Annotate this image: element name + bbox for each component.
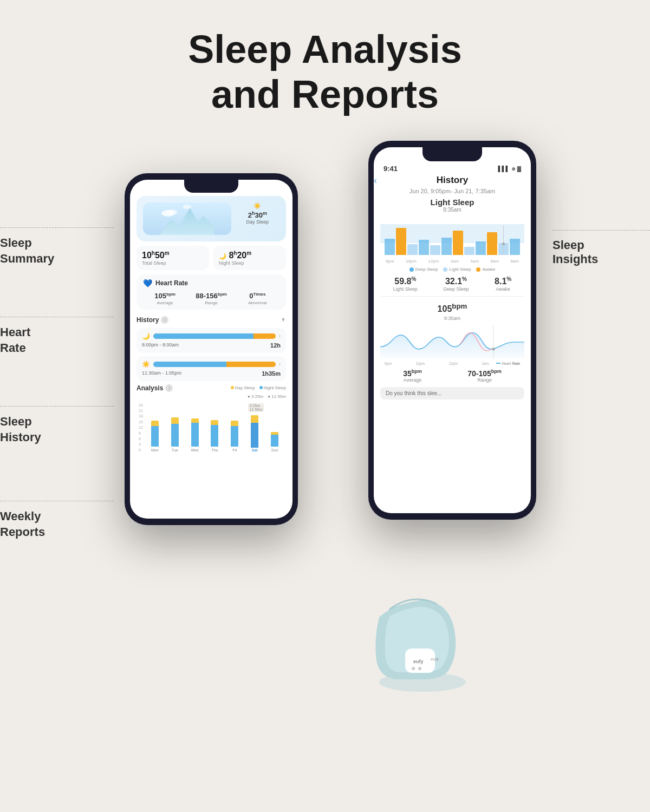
phone-left-screen: ☀️ 2h30m Day Sleep 10h50m Total Sleep: [130, 180, 292, 519]
chart-annotations: ● 3·25m ● 11·50m: [136, 394, 286, 399]
svg-point-1: [166, 209, 177, 215]
history-item-night[interactable]: 🌙 › 8:00pm - 8:00am 12h: [136, 328, 286, 353]
legend-light-sleep: Light Sleep: [443, 267, 471, 272]
label-sleep-history: SleepHistory: [0, 406, 114, 501]
svg-text:eufy: eufy: [413, 659, 424, 664]
bar-sun: Sun: [265, 432, 284, 452]
awake-stat: 8.1% Awake: [495, 276, 511, 292]
deep-sleep-dot: [410, 267, 414, 272]
history-title: History: [136, 316, 159, 324]
hr-average: 105bpm Average: [143, 292, 187, 305]
hr-range: 88-156bpm Range: [189, 292, 233, 305]
night-sleep-val: 🌙 8h20m: [219, 250, 281, 260]
y-axis: 24211815129630: [139, 403, 144, 452]
history-nav-title: History: [437, 175, 469, 186]
arrow-icon-day: ›: [279, 361, 281, 367]
analysis-title: Analysis: [136, 384, 163, 392]
status-icons: ▌▌▌ ⌾ ▓: [498, 166, 521, 172]
day-sleep-value: 2h30m: [236, 211, 280, 219]
back-button[interactable]: ‹: [374, 175, 377, 186]
label-right: SleepInsights: [552, 230, 650, 266]
history-bar-day: [153, 362, 276, 367]
svg-text:eufy: eufy: [431, 657, 439, 662]
labels-left: SleepSummary HeartRate SleepHistory Week…: [0, 227, 114, 601]
date-range: Jun 20, 9:05pm- Jun 21, 7:35am: [380, 188, 524, 194]
label-heart-rate: HeartRate: [0, 317, 114, 406]
phone-right-screen: 9:41 ▌▌▌ ⌾ ▓ ‹ History Jun 20, 9:05pm- J…: [374, 147, 531, 513]
svg-point-8: [412, 667, 415, 670]
legend-awake: Awake: [476, 267, 495, 272]
hr-chart-legend: Heart Rate: [496, 362, 520, 365]
chart-legend: Day Sleep Night Sleep: [231, 385, 286, 390]
cta-text: Do you think this slee...: [380, 387, 524, 400]
phone-left-notch: [184, 180, 238, 193]
signal-icon: ▌▌▌: [498, 166, 509, 172]
analysis-info-icon: i: [165, 384, 173, 392]
chart-x-labels: 8pm10pm12pm2am4am6am8am: [386, 259, 519, 264]
battery-icon: ▓: [517, 166, 521, 172]
bar-sat: 3·25m11·50m Sat: [245, 415, 264, 452]
info-icon: i: [161, 316, 168, 324]
phone-right-notch: [422, 147, 482, 161]
light-sleep-stat: 59.8% Light Sleep: [393, 276, 418, 292]
hr-stats-bottom: 35bpm Average 70-105bpm Range: [380, 369, 524, 383]
analysis-header: Analysis i Day Sleep Night Sleep: [136, 384, 286, 392]
bpm-value: 105bpm: [380, 302, 524, 314]
bar-orange-day: [226, 362, 275, 367]
heart-rate-title: Heart Rate: [155, 279, 188, 287]
bar-fri: Fri: [225, 421, 244, 452]
heart-rate-header: 💙 Heart Rate: [143, 279, 280, 287]
total-sleep-stat: 10h50m Total Sleep: [136, 246, 209, 270]
deep-sleep-stat: 32.1% Deep Sleep: [443, 276, 469, 292]
day-sleep-label: Day Sleep: [236, 219, 280, 225]
total-sleep-val: 10h50m: [142, 250, 204, 260]
sleep-stats-row: 59.8% Light Sleep 32.1% Deep Sleep 8.1% …: [380, 276, 524, 297]
svg-point-2: [183, 205, 191, 209]
history-bar-night: [153, 333, 276, 339]
night-sleep-stat: 🌙 8h20m Night Sleep: [213, 246, 286, 270]
label-weekly-reports: WeeklyReports: [0, 501, 114, 601]
phone-left: ☀️ 2h30m Day Sleep 10h50m Total Sleep: [125, 173, 298, 525]
history-header: History i ▼: [136, 314, 286, 326]
bar-wed: Wed: [186, 418, 204, 452]
bar-tue: Tue: [166, 417, 184, 452]
hr-abnormal: 0Times Abnormal: [236, 292, 280, 305]
svg-point-9: [418, 667, 421, 670]
arrow-icon: ›: [279, 333, 281, 339]
right-screen-content: Jun 20, 9:05pm- Jun 21, 7:35am Light Sle…: [374, 188, 531, 513]
bar-mon: Mon: [146, 421, 164, 452]
chevron-down-icon: ▼: [281, 317, 286, 323]
moon-icon: 🌙: [142, 332, 150, 340]
sleep-legend: Deep Sleep Light Sleep Awake: [380, 267, 524, 272]
bar-blue-day: [153, 362, 226, 367]
night-sleep-label: Night Sleep: [219, 260, 281, 266]
mountain-card: [143, 202, 231, 235]
history-nav: ‹ History: [374, 175, 531, 186]
heart-icon: 💙: [143, 279, 152, 287]
label-sleep-summary: SleepSummary: [0, 227, 114, 317]
bar-orange: [253, 333, 276, 339]
stats-row: 10h50m Total Sleep 🌙 8h20m Night Sleep: [136, 246, 286, 270]
phones-container: ☀️ 2h30m Day Sleep 10h50m Total Sleep: [108, 141, 542, 763]
analysis-chart: 24211815129630 Mon: [136, 400, 286, 454]
left-screen-content: ☀️ 2h30m Day Sleep 10h50m Total Sleep: [130, 180, 292, 519]
total-sleep-label: Total Sleep: [142, 260, 204, 266]
sleep-stage-chart: 8pm10pm12pm2am4am6am8am: [380, 216, 524, 265]
summary-card: ☀️ 2h30m Day Sleep: [136, 196, 286, 241]
awake-dot: [476, 267, 480, 272]
bars-container: Mon Tue: [146, 403, 284, 452]
history-item-day[interactable]: ☀️ › 11:30am - 1:05pm 1h35m: [136, 356, 286, 381]
summary-day-sleep: ☀️ 2h30m Day Sleep: [236, 202, 280, 235]
hr-stats: 105bpm Average 88-156bpm Range 0Times Ab…: [143, 292, 280, 305]
legend-deep-sleep: Deep Sleep: [410, 267, 438, 272]
bpm-time: 8:35am: [380, 316, 524, 321]
hr-average-bottom: 35bpm Average: [403, 369, 422, 383]
sleep-stage-time: 8:35am: [380, 207, 524, 213]
history-section: History i ▼ 🌙 ›: [136, 314, 286, 381]
sleep-stage-label: Light Sleep: [380, 198, 524, 207]
phone-right: 9:41 ▌▌▌ ⌾ ▓ ‹ History Jun 20, 9:05pm- J…: [368, 141, 536, 520]
hr-range-bottom: 70-105bpm Range: [467, 369, 502, 383]
page-title: Sleep Analysis and Reports: [0, 0, 650, 133]
hr-chart: 8pm10pm12pm2am4am Heart Rate: [380, 323, 524, 366]
sun-icon: ☀️: [142, 361, 150, 368]
